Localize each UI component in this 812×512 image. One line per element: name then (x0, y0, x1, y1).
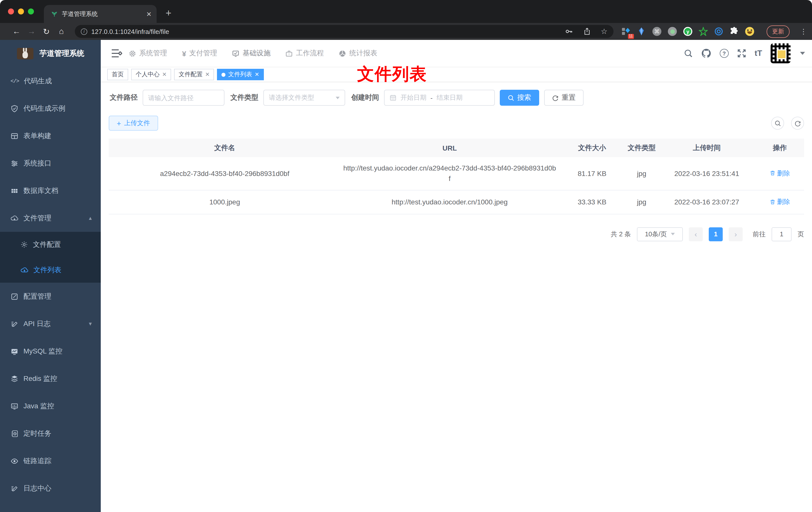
file-type-select[interactable]: 请选择文件类型 (263, 90, 345, 106)
tags-view: 首页 个人中心✕ 文件配置✕ 文件列表✕ (101, 67, 812, 82)
trash-icon (770, 199, 776, 205)
topnav-payment[interactable]: ¥ 支付管理 (182, 49, 217, 58)
password-key-icon[interactable] (565, 27, 573, 35)
help-icon[interactable]: ? (720, 49, 729, 58)
extension-star-icon[interactable] (699, 27, 708, 36)
date-range-picker[interactable]: 开始日期 - 结束日期 (384, 90, 495, 106)
delete-button[interactable]: 删除 (770, 168, 790, 179)
sidebar-item-form-builder[interactable]: 表单构建 (0, 122, 101, 150)
extension-command-icon[interactable]: ⌘ (652, 27, 661, 36)
user-avatar[interactable] (771, 43, 790, 63)
sidebar-item-code-gen[interactable]: </> 代码生成 (0, 67, 101, 95)
extensions-puzzle-icon[interactable] (730, 27, 739, 36)
search-icon[interactable] (684, 49, 693, 58)
url-text[interactable]: 127.0.0.1:1024/infra/file/file (91, 28, 557, 35)
extension-v-icon[interactable]: y (683, 27, 692, 36)
topnav-workflow[interactable]: 工作流程 (286, 49, 324, 58)
table-row: a294ecb2-73dd-4353-bf40-296b8931d0bf htt… (109, 157, 804, 190)
zoom-window-button[interactable] (28, 8, 34, 14)
close-icon[interactable]: ✕ (255, 71, 259, 78)
refresh-table-button[interactable] (791, 117, 804, 130)
upload-file-button[interactable]: + 上传文件 (109, 116, 158, 131)
next-page-button[interactable]: › (729, 227, 743, 241)
sidebar-item-file-config[interactable]: 文件配置 (0, 232, 101, 257)
avatar-caret-icon[interactable] (800, 52, 805, 55)
window-controls[interactable] (8, 8, 34, 14)
gear-icon (129, 50, 136, 57)
browser-tab[interactable]: 芋道管理系统 ✕ (44, 5, 156, 23)
sidebar-item-tracing[interactable]: 链路追踪 (0, 447, 101, 475)
tab-close-icon[interactable]: ✕ (146, 10, 152, 18)
sidebar-item-java-monitor[interactable]: Java 监控 (0, 392, 101, 420)
back-icon[interactable]: ← (9, 27, 24, 36)
forward-icon[interactable]: → (24, 27, 39, 36)
sidebar-item-redis-monitor[interactable]: Redis 监控 (0, 365, 101, 392)
sidebar-toggle-icon[interactable] (108, 49, 126, 58)
date-start-placeholder[interactable]: 开始日期 (401, 93, 427, 102)
reset-button[interactable]: 重置 (544, 90, 584, 106)
sidebar-item-file-mgmt[interactable]: 文件管理 ▲ (0, 204, 101, 232)
cell-time: 2022-03-16 23:51:41 (658, 157, 756, 190)
tag-home[interactable]: 首页 (107, 69, 128, 80)
cell-url: http://test.yudao.iocoder.cn/a294ecb2-73… (341, 157, 559, 190)
sidebar-item-config-mgmt[interactable]: 配置管理 (0, 283, 101, 310)
reload-icon[interactable]: ↻ (39, 27, 54, 36)
browser-toolbar: ← → ↻ ⌂ i 127.0.0.1:1024/infra/file/file… (0, 23, 812, 40)
extension-rings-icon[interactable] (714, 27, 723, 36)
table-row: 1000.jpeg http://test.yudao.iocoder.cn/1… (109, 190, 804, 214)
prev-page-button[interactable]: ‹ (689, 227, 703, 241)
col-filename: 文件名 (109, 139, 341, 157)
home-icon[interactable]: ⌂ (54, 27, 69, 36)
share-icon[interactable] (583, 27, 591, 35)
extension-tabs-icon[interactable]: 11 (621, 27, 631, 36)
task-clock-icon (10, 429, 19, 438)
topnav-system[interactable]: 系统管理 (129, 49, 167, 58)
topnav-reports[interactable]: 统计报表 (339, 49, 377, 58)
minimize-window-button[interactable] (18, 8, 24, 14)
site-info-icon[interactable]: i (81, 28, 87, 35)
page-size-select[interactable]: 10条/页 (637, 227, 683, 241)
plus-icon: + (117, 119, 121, 127)
new-tab-button[interactable]: + (166, 7, 171, 19)
sidebar-item-log-center[interactable]: 日志中心 (0, 475, 101, 502)
extension-gem-icon[interactable] (637, 27, 646, 36)
tag-file-config[interactable]: 文件配置✕ (174, 69, 214, 80)
sidebar-item-system-api[interactable]: 系统接口 (0, 150, 101, 177)
pie-chart-icon (339, 50, 346, 57)
close-icon[interactable]: ✕ (205, 71, 209, 78)
file-table: 文件名 URL 文件大小 文件类型 上传时间 操作 a294ecb2-73dd-… (109, 139, 804, 214)
search-button[interactable]: 搜索 (500, 90, 539, 106)
browser-menu-icon[interactable]: ⋮ (800, 27, 807, 35)
extension-dot-icon[interactable] (668, 27, 677, 36)
tag-file-list[interactable]: 文件列表✕ (217, 69, 264, 80)
tag-profile[interactable]: 个人中心✕ (131, 69, 171, 80)
col-size: 文件大小 (559, 139, 626, 157)
bookmark-star-icon[interactable]: ☆ (601, 27, 608, 36)
address-bar[interactable]: i 127.0.0.1:1024/infra/file/file ☆ (75, 25, 613, 38)
sidebar-item-mysql-monitor[interactable]: MySQL 监控 (0, 337, 101, 365)
close-window-button[interactable] (8, 8, 14, 14)
sidebar-item-scheduled-tasks[interactable]: 定时任务 (0, 420, 101, 447)
close-icon[interactable]: ✕ (162, 71, 167, 78)
topnav-infra[interactable]: 基础设施 (232, 49, 270, 58)
eye-icon (10, 457, 19, 465)
file-path-input[interactable] (143, 90, 225, 106)
toggle-search-button[interactable] (771, 117, 784, 130)
github-icon[interactable] (701, 48, 711, 58)
goto-label: 前往 (753, 230, 765, 239)
browser-update-button[interactable]: 更新 (766, 25, 789, 38)
current-page[interactable]: 1 (709, 227, 723, 241)
file-path-field[interactable] (148, 94, 219, 101)
profile-avatar[interactable] (745, 27, 754, 36)
app-logo[interactable]: 芋道管理系统 (0, 40, 101, 67)
sidebar-item-file-list[interactable]: 文件列表 (0, 257, 101, 283)
goto-page-input[interactable] (772, 227, 791, 241)
sidebar-item-api-log[interactable]: API 日志 ▼ (0, 310, 101, 337)
date-end-placeholder[interactable]: 结束日期 (437, 93, 463, 102)
sidebar-item-db-doc[interactable]: 数据库文档 (0, 177, 101, 204)
delete-button[interactable]: 删除 (770, 197, 790, 207)
chevron-down-icon (336, 96, 340, 99)
fullscreen-icon[interactable] (737, 49, 746, 58)
sidebar-item-code-demo[interactable]: 代码生成示例 (0, 95, 101, 122)
font-size-icon[interactable]: tT (755, 49, 762, 58)
